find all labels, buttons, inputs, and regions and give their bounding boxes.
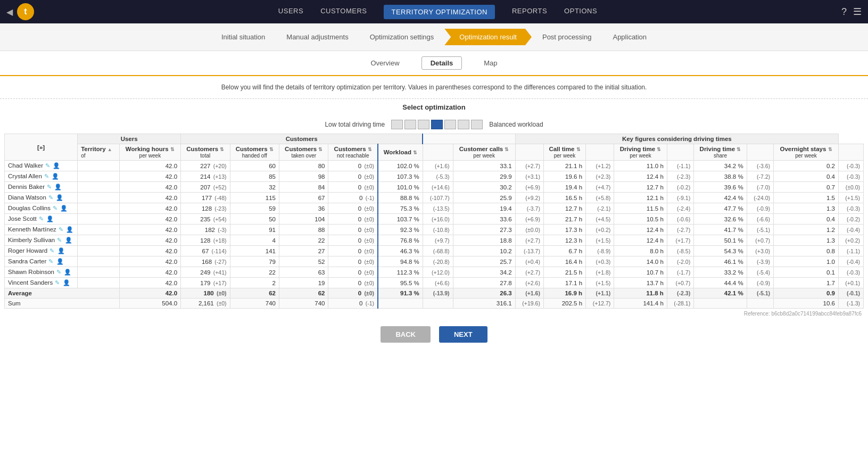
- th-collapse[interactable]: [»]: [5, 134, 78, 161]
- table-row: Shawn Robinson ✎ 👤 42.0 249 (+41) 22 63 …: [5, 267, 864, 278]
- cell-call-time: 16.4 h: [543, 256, 585, 267]
- cell-call-time: 21.5 h: [543, 267, 585, 278]
- map-icon[interactable]: 👤: [65, 237, 72, 243]
- edit-icon[interactable]: ✎: [55, 279, 60, 286]
- th-cust-nr[interactable]: Customers ⇅ not reachable: [328, 144, 378, 161]
- step-settings[interactable]: Optimization settings: [359, 29, 445, 45]
- map-icon[interactable]: 👤: [66, 226, 73, 233]
- tab-map[interactable]: Map: [475, 56, 506, 70]
- map-icon[interactable]: 👤: [60, 205, 68, 211]
- cell-driving-share-diff: (-3.9): [747, 256, 773, 267]
- avg-driving-time: 11.8 h: [614, 288, 667, 299]
- back-button[interactable]: BACK: [381, 326, 431, 343]
- menu-icon[interactable]: ☰: [853, 6, 862, 18]
- sum-overnight-diff: (-1.3): [838, 299, 863, 309]
- cell-overnight-diff: (-0.3): [838, 161, 863, 171]
- map-icon[interactable]: 👤: [57, 247, 65, 254]
- step-result[interactable]: Optimization result: [444, 29, 532, 45]
- slider-4[interactable]: [444, 120, 456, 129]
- step-nav: Initial situation Manual adjustments Opt…: [0, 23, 868, 51]
- cell-workload: 103.7 %: [378, 214, 423, 225]
- cell-cust-handed: 32: [230, 182, 279, 193]
- edit-icon[interactable]: ✎: [49, 247, 54, 254]
- tab-overview[interactable]: Overview: [361, 56, 408, 70]
- edit-icon[interactable]: ✎: [48, 258, 53, 264]
- cell-driving-time: 11.5 h: [614, 203, 667, 214]
- cell-cust-total: 128 (-23): [181, 203, 230, 214]
- nav-options[interactable]: OPTIONS: [564, 5, 597, 19]
- avg-cust-calls: 26.3: [453, 288, 515, 299]
- edit-icon[interactable]: ✎: [45, 162, 50, 169]
- sum-driving-share: [694, 299, 747, 309]
- th-driving-time[interactable]: Driving time ⇅ per week: [614, 144, 667, 161]
- map-icon[interactable]: 👤: [53, 162, 60, 169]
- next-button[interactable]: NEXT: [439, 326, 487, 343]
- table-row: Douglas Collins ✎ 👤 42.0 128 (-23) 59 36…: [5, 203, 864, 214]
- edit-icon[interactable]: ✎: [53, 205, 57, 211]
- cell-overnight: 0.4: [774, 214, 839, 225]
- th-workload[interactable]: Workload ⇅: [378, 144, 423, 161]
- th-cust-handed[interactable]: Customers ⇅ handed off: [230, 144, 279, 161]
- slider-3[interactable]: [431, 120, 443, 129]
- cell-cust-total: 179 (+17): [181, 278, 230, 288]
- th-territory[interactable]: Territory ▲ of: [78, 144, 120, 161]
- th-call-time[interactable]: Call time ⇅ per week: [543, 144, 585, 161]
- map-icon[interactable]: 👤: [56, 258, 64, 264]
- edit-icon[interactable]: ✎: [57, 237, 62, 243]
- cell-cust-taken: 104: [279, 214, 328, 225]
- map-icon[interactable]: 👤: [56, 194, 63, 201]
- cell-driving-time: 11.0 h: [614, 161, 667, 171]
- step-manual[interactable]: Manual adjustments: [276, 29, 359, 45]
- slider-0[interactable]: [391, 120, 403, 129]
- map-icon[interactable]: 👤: [52, 173, 59, 179]
- cell-workload: 95.5 %: [378, 278, 423, 288]
- nav-customers[interactable]: CUSTOMERS: [320, 5, 367, 19]
- row-name-text: Jose Scott: [8, 215, 37, 222]
- sum-driving-time-diff: (-28.1): [667, 299, 693, 309]
- slider-5[interactable]: [458, 120, 469, 129]
- cell-working-hours: 42.0: [119, 214, 180, 225]
- tab-details[interactable]: Details: [421, 56, 462, 70]
- edit-icon[interactable]: ✎: [39, 215, 44, 222]
- th-driving-share[interactable]: Driving time ⇅ share: [694, 144, 747, 161]
- th-cust-taken[interactable]: Customers ⇅ taken over: [279, 144, 328, 161]
- avg-cust-handed: 62: [230, 288, 279, 299]
- row-name-text: Crystal Allen: [8, 173, 42, 179]
- edit-icon[interactable]: ✎: [44, 173, 49, 179]
- help-icon[interactable]: ?: [841, 6, 847, 18]
- nav-users[interactable]: USERS: [278, 5, 303, 19]
- top-nav: ◀ t USERS CUSTOMERS TERRITORY OPTIMIZATI…: [0, 0, 868, 23]
- cell-workload-diff: (+16.0): [423, 214, 453, 225]
- cell-call-time: 21.1 h: [543, 161, 585, 171]
- edit-icon[interactable]: ✎: [48, 194, 53, 201]
- step-application[interactable]: Application: [602, 29, 657, 45]
- edit-icon[interactable]: ✎: [56, 269, 61, 275]
- edit-icon[interactable]: ✎: [47, 184, 52, 190]
- map-icon[interactable]: 👤: [46, 215, 54, 222]
- avg-driving-time-diff: (-2.3): [667, 288, 693, 299]
- map-icon[interactable]: 👤: [64, 269, 71, 275]
- cell-cust-taken: 88: [279, 225, 328, 235]
- map-icon[interactable]: 👤: [54, 184, 62, 190]
- slider-6[interactable]: [471, 120, 483, 129]
- cell-workload: 88.8 %: [378, 193, 423, 203]
- nav-territory-optimization[interactable]: TERRITORY OPTIMIZATION: [384, 5, 495, 19]
- th-cust-calls[interactable]: Customer calls ⇅ per week: [453, 144, 515, 161]
- nav-reports[interactable]: REPORTS: [512, 5, 547, 19]
- step-initial[interactable]: Initial situation: [211, 29, 276, 45]
- th-cust-calls-diff: [515, 144, 543, 161]
- th-cust-total[interactable]: Customers ⇅ total: [181, 144, 230, 161]
- th-working-hours[interactable]: Working hours ⇅ per week: [119, 144, 180, 161]
- slider-2[interactable]: [418, 120, 429, 129]
- edit-icon[interactable]: ✎: [59, 226, 63, 233]
- slider-1[interactable]: [404, 120, 416, 129]
- cell-cust-calls: 33.1: [453, 161, 515, 171]
- th-overnight[interactable]: Overnight stays ⇅ per week: [774, 144, 839, 161]
- cell-territory: [78, 171, 120, 182]
- step-post[interactable]: Post processing: [532, 29, 602, 45]
- cell-workload: 102.0 %: [378, 161, 423, 171]
- back-nav-btn[interactable]: ◀: [6, 7, 13, 17]
- map-icon[interactable]: 👤: [63, 279, 70, 286]
- slider-boxes: [391, 120, 483, 129]
- cell-territory: [78, 214, 120, 225]
